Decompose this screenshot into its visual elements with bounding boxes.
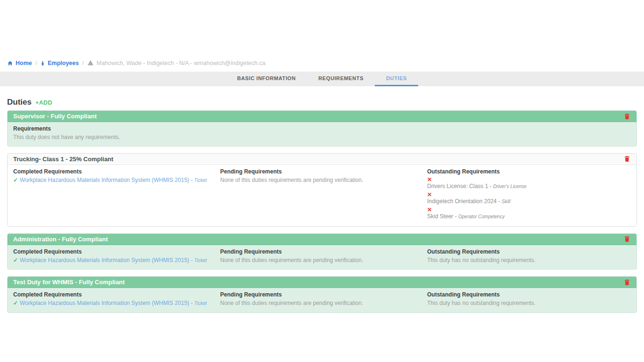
duty-card: Test Duty for WHMIS - Fully CompliantCom… (7, 276, 637, 313)
tab-bar: BASIC INFORMATION REQUIREMENTS DUTIES (0, 72, 644, 86)
check-icon: ✓ (13, 257, 18, 263)
completed-column: Completed Requirements✓Workplace Hazardo… (13, 248, 220, 264)
pending-column: Pending RequirementsNone of this duties … (220, 168, 427, 222)
duty-card: Trucking- Class 1 - 25% CompliantComplet… (7, 153, 637, 227)
duty-card: Supervisor - Fully CompliantRequirements… (7, 110, 637, 147)
duties-list: Supervisor - Fully CompliantRequirements… (7, 110, 637, 313)
tab-basic-information[interactable]: BASIC INFORMATION (226, 72, 307, 86)
completed-column: Completed Requirements✓Workplace Hazardo… (13, 168, 220, 222)
page-title: Duties (7, 98, 32, 107)
outstanding-requirement-text: Skid Steer - Operator Competency (427, 213, 631, 221)
duty-title: Administration - Fully Compliant (13, 236, 108, 243)
trash-icon (624, 236, 630, 242)
duty-card-body: RequirementsThis duty does not have any … (8, 122, 636, 146)
requirement-type: Ticket (194, 258, 207, 263)
no-requirements-text: This duty does not have any requirements… (13, 133, 631, 141)
duty-card: Administration - Fully CompliantComplete… (7, 233, 637, 270)
completed-heading: Completed Requirements (13, 248, 220, 255)
breadcrumb-separator: / (35, 60, 37, 66)
outstanding-none-text: This duty has no outstanding requirement… (427, 299, 631, 307)
tab-requirements[interactable]: REQUIREMENTS (307, 72, 375, 86)
warning-triangle-icon (87, 60, 94, 67)
outstanding-none-text: This duty has no outstanding requirement… (427, 256, 631, 264)
breadcrumb-employees-label: Employees (48, 60, 79, 66)
outstanding-requirement: ✕Drivers License: Class 1 - Driver's Lic… (427, 176, 631, 190)
pending-column: Pending RequirementsNone of this duties … (220, 248, 427, 264)
type-separator: - (189, 257, 194, 263)
requirement-link[interactable]: Workplace Hazardous Materials Informatio… (20, 300, 189, 306)
requirement-type: Ticket (194, 301, 207, 306)
duty-card-body: Completed Requirements✓Workplace Hazardo… (8, 245, 636, 269)
requirement-link[interactable]: Workplace Hazardous Materials Informatio… (20, 257, 189, 263)
outstanding-requirement: ✕Skid Steer - Operator Competency (427, 206, 631, 221)
page-head: Duties +ADD (7, 98, 637, 107)
outstanding-column: Outstanding Requirements✕Drivers License… (427, 168, 631, 222)
person-icon (40, 60, 45, 66)
duty-card-body: Completed Requirements✓Workplace Hazardo… (8, 288, 636, 312)
requirement-type: Skill (502, 199, 510, 204)
duty-title: Supervisor - Fully Compliant (13, 113, 97, 120)
pending-none-text: None of this duties requirements are pen… (220, 176, 427, 184)
breadcrumb-home-label: Home (16, 60, 32, 66)
duty-card-header: Trucking- Class 1 - 25% Compliant (8, 154, 636, 165)
breadcrumb-current: Mahowich, Wade - Indigetech - N/A - wmah… (87, 60, 265, 67)
x-icon: ✕ (427, 191, 631, 198)
completed-requirement: ✓Workplace Hazardous Materials Informati… (13, 176, 220, 184)
duty-title: Test Duty for WHMIS - Fully Compliant (13, 279, 125, 286)
tab-duties[interactable]: DUTIES (375, 72, 418, 86)
delete-duty-button[interactable] (623, 156, 631, 162)
requirement-type: Driver's License (493, 184, 527, 189)
check-icon: ✓ (13, 177, 18, 183)
duty-card-header: Test Duty for WHMIS - Fully Compliant (8, 277, 636, 288)
trash-icon (624, 156, 630, 162)
x-icon: ✕ (427, 206, 631, 213)
pending-heading: Pending Requirements (220, 291, 427, 298)
outstanding-column: Outstanding RequirementsThis duty has no… (427, 291, 631, 307)
pending-column: Pending RequirementsNone of this duties … (220, 291, 427, 307)
outstanding-heading: Outstanding Requirements (427, 291, 631, 298)
pending-heading: Pending Requirements (220, 168, 427, 175)
delete-duty-button[interactable] (623, 279, 631, 286)
requirement-type: Ticket (194, 178, 207, 183)
duty-card-header: Administration - Fully Compliant (8, 234, 636, 245)
completed-column: Completed Requirements✓Workplace Hazardo… (13, 291, 220, 307)
type-separator: - (189, 177, 194, 183)
outstanding-requirement-text: Drivers License: Class 1 - Driver's Lice… (427, 183, 631, 190)
outstanding-requirement-text: Indigetech Orientation 2024 - Skill (427, 198, 631, 206)
outstanding-heading: Outstanding Requirements (427, 168, 631, 175)
duty-card-header: Supervisor - Fully Compliant (8, 111, 636, 122)
delete-duty-button[interactable] (623, 113, 631, 120)
delete-duty-button[interactable] (623, 236, 631, 242)
requirement-link[interactable]: Workplace Hazardous Materials Informatio… (20, 177, 189, 183)
breadcrumb-current-label: Mahowich, Wade - Indigetech - N/A - wmah… (97, 60, 265, 66)
outstanding-requirement: ✕Indigetech Orientation 2024 - Skill (427, 191, 631, 206)
type-separator: - (189, 300, 194, 306)
outstanding-heading: Outstanding Requirements (427, 248, 631, 255)
breadcrumb: Home / Employees / Mahowich, Wade - Indi… (0, 58, 644, 68)
completed-requirement: ✓Workplace Hazardous Materials Informati… (13, 299, 220, 307)
requirements-column: RequirementsThis duty does not have any … (13, 125, 631, 141)
trash-icon (624, 113, 630, 120)
requirement-type: Operator Competency (458, 214, 504, 219)
breadcrumb-home-link[interactable]: Home (7, 60, 32, 66)
breadcrumb-employees-link[interactable]: Employees (40, 60, 79, 66)
outstanding-column: Outstanding RequirementsThis duty has no… (427, 248, 631, 264)
completed-requirement: ✓Workplace Hazardous Materials Informati… (13, 256, 220, 264)
check-icon: ✓ (13, 300, 18, 306)
trash-icon (624, 279, 630, 286)
breadcrumb-separator: / (82, 60, 83, 66)
completed-heading: Completed Requirements (13, 291, 220, 298)
pending-none-text: None of this duties requirements are pen… (220, 299, 427, 307)
x-icon: ✕ (427, 176, 631, 183)
pending-none-text: None of this duties requirements are pen… (220, 256, 427, 264)
requirements-heading: Requirements (13, 125, 631, 132)
duty-card-body: Completed Requirements✓Workplace Hazardo… (8, 165, 636, 226)
add-duty-button[interactable]: +ADD (35, 99, 52, 106)
duty-title: Trucking- Class 1 - 25% Compliant (13, 156, 113, 163)
home-icon (7, 60, 13, 66)
pending-heading: Pending Requirements (220, 248, 427, 255)
completed-heading: Completed Requirements (13, 168, 220, 175)
